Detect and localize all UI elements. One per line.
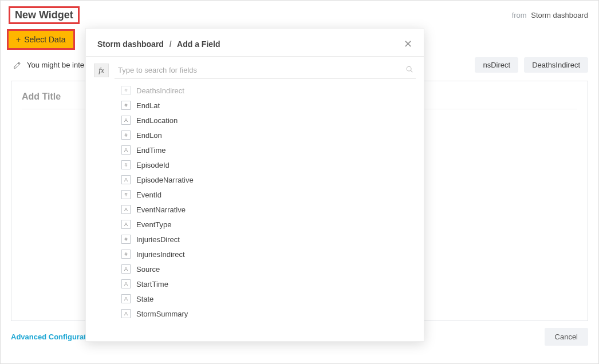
text-type-icon: A	[121, 145, 131, 155]
field-label: EndLocation	[136, 116, 178, 125]
field-item[interactable]: #EndLon	[86, 128, 424, 143]
field-label: EndLon	[136, 131, 162, 140]
field-item[interactable]: #EpisodeId	[86, 157, 424, 172]
text-type-icon: A	[121, 220, 131, 229]
advanced-configuration-link[interactable]: Advanced Configuration	[11, 333, 97, 341]
field-item[interactable]: #DeathsIndirect	[86, 83, 424, 98]
field-item[interactable]: AEndLocation	[86, 113, 424, 128]
plus-icon: +	[16, 35, 21, 44]
from-dashboard: Storm dashboard	[531, 11, 588, 19]
suggestion-chip-deathsindirect[interactable]: DeathsIndirect	[524, 57, 588, 73]
field-item[interactable]: AEpisodeNarrative	[86, 172, 424, 187]
breadcrumb-separator: /	[170, 39, 172, 49]
source-label: from Storm dashboard	[512, 11, 588, 19]
field-item[interactable]: AEndTime	[86, 143, 424, 157]
field-label: EventId	[136, 191, 161, 199]
numeric-type-icon: #	[121, 250, 131, 259]
field-item[interactable]: AEventNarrative	[86, 202, 424, 217]
suggest-prompt: You might be inte	[27, 61, 84, 69]
svg-line-1	[411, 70, 412, 72]
text-type-icon: A	[121, 279, 131, 288]
field-label: State	[136, 295, 153, 303]
field-label: InjuriesIndirect	[136, 250, 185, 259]
field-item[interactable]: AStartTime	[86, 276, 424, 291]
field-item[interactable]: AEventType	[86, 217, 424, 232]
text-type-icon: A	[121, 309, 131, 318]
numeric-type-icon: #	[121, 235, 131, 244]
select-data-button[interactable]: + Select Data	[9, 31, 73, 48]
breadcrumb-current: Add a Field	[177, 39, 220, 49]
close-icon[interactable]: ✕	[404, 39, 412, 49]
numeric-type-icon: #	[121, 160, 131, 169]
field-label: StormSummary	[136, 310, 188, 318]
svg-point-0	[407, 66, 411, 71]
text-type-icon: A	[121, 205, 131, 214]
suggestion-chip-partial[interactable]: nsDirect	[475, 57, 518, 73]
select-data-label: Select Data	[24, 35, 65, 44]
field-item[interactable]: AState	[86, 291, 424, 306]
field-item[interactable]: #EndLat	[86, 98, 424, 113]
field-item[interactable]: #EventId	[86, 187, 424, 202]
field-search-input[interactable]	[117, 64, 405, 77]
modal-breadcrumb: Storm dashboard / Add a Field	[97, 39, 220, 49]
field-item[interactable]: ASource	[86, 262, 424, 276]
field-label: InjuriesDirect	[136, 235, 180, 244]
page-title: New Widget	[15, 9, 73, 21]
numeric-type-icon: #	[121, 190, 131, 199]
numeric-type-icon: #	[121, 101, 131, 110]
text-type-icon: A	[121, 116, 131, 125]
pencil-icon	[13, 61, 21, 69]
field-label: Source	[136, 265, 160, 274]
from-prefix: from	[512, 11, 527, 19]
cancel-button[interactable]: Cancel	[545, 328, 588, 346]
field-label: EndLat	[136, 101, 160, 110]
text-type-icon: A	[121, 264, 131, 274]
field-label: EpisodeNarrative	[136, 176, 194, 184]
search-wrapper	[115, 62, 416, 78]
add-field-modal: Storm dashboard / Add a Field ✕ fx #Deat…	[85, 28, 424, 342]
field-label: StartTime	[136, 280, 168, 288]
field-label: EventType	[136, 220, 171, 229]
text-type-icon: A	[121, 175, 131, 184]
numeric-type-icon: #	[121, 86, 131, 95]
field-label: EpisodeId	[136, 161, 170, 169]
field-label: EndTime	[136, 146, 166, 155]
search-icon	[405, 65, 413, 75]
field-list: #DeathsIndirect#EndLatAEndLocation#EndLo…	[86, 82, 424, 326]
field-label: EventNarrative	[136, 205, 186, 214]
breadcrumb-root[interactable]: Storm dashboard	[97, 39, 164, 49]
formula-button[interactable]: fx	[94, 64, 109, 77]
field-item[interactable]: #InjuriesIndirect	[86, 247, 424, 262]
field-item[interactable]: AStormSummary	[86, 306, 424, 321]
page-title-highlight: New Widget	[9, 6, 80, 24]
text-type-icon: A	[121, 294, 131, 303]
field-item[interactable]: #InjuriesDirect	[86, 232, 424, 247]
field-label: DeathsIndirect	[136, 86, 184, 95]
numeric-type-icon: #	[121, 130, 131, 140]
